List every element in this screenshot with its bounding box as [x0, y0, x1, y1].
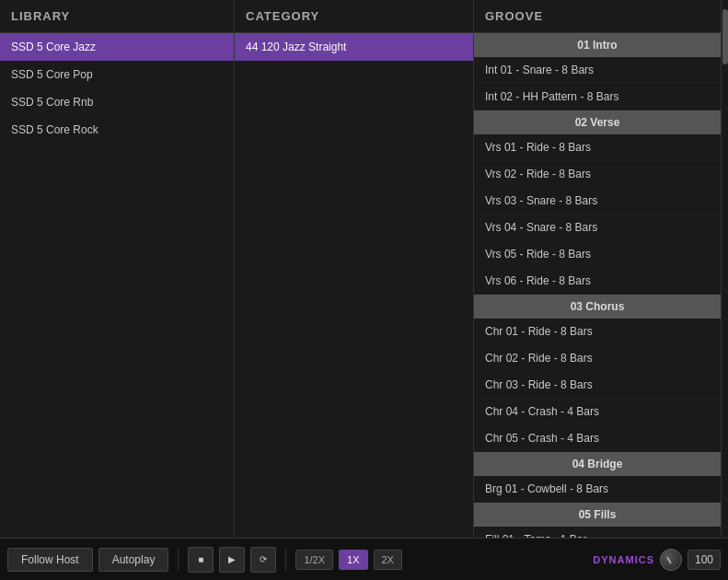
library-item-ssd5-rock[interactable]: SSD 5 Core Rock [0, 116, 234, 144]
dynamics-value: 100 [688, 550, 721, 570]
play-icon: ▶ [228, 554, 236, 564]
library-item-ssd5-pop[interactable]: SSD 5 Core Pop [0, 61, 234, 88]
groove-list[interactable]: 01 Intro Int 01 - Snare - 8 Bars Int 02 … [474, 33, 721, 538]
toolbar-divider-1 [178, 549, 179, 571]
groove-item[interactable]: Chr 04 - Crash - 4 Bars [474, 399, 721, 425]
category-header: CATEGORY [235, 0, 473, 33]
groove-section-fills: 05 Fills [474, 503, 721, 527]
groove-section-intro: 01 Intro [474, 33, 721, 57]
category-panel: CATEGORY 44 120 Jazz Straight [235, 0, 474, 538]
groove-item[interactable]: Vrs 02 - Ride - 8 Bars [474, 161, 721, 188]
groove-section-bridge: 04 Bridge [474, 452, 721, 476]
dynamics-label: DYNAMICS [593, 554, 654, 565]
half-speed-button[interactable]: 1/2X [295, 550, 333, 570]
stop-icon: ■ [198, 554, 203, 564]
library-panel: LIBRARY SSD 5 Core Jazz SSD 5 Core Pop S… [0, 0, 235, 538]
groove-item[interactable]: Brg 01 - Cowbell - 8 Bars [474, 476, 721, 503]
groove-item[interactable]: Vrs 04 - Snare - 8 Bars [474, 215, 721, 241]
groove-item[interactable]: Chr 01 - Ride - 8 Bars [474, 319, 721, 345]
play-button[interactable]: ▶ [219, 547, 245, 573]
category-list: 44 120 Jazz Straight [235, 33, 473, 538]
stop-button[interactable]: ■ [188, 547, 214, 573]
groove-item[interactable]: Vrs 03 - Snare - 8 Bars [474, 188, 721, 215]
follow-host-button[interactable]: Follow Host [7, 548, 93, 572]
groove-item[interactable]: Chr 02 - Ride - 8 Bars [474, 345, 721, 372]
loop-icon: ⟳ [260, 554, 267, 564]
groove-item[interactable]: Vrs 05 - Ride - 8 Bars [474, 241, 721, 268]
groove-item[interactable]: Vrs 01 - Ride - 8 Bars [474, 134, 721, 161]
library-header: LIBRARY [0, 0, 234, 33]
groove-scrollbar[interactable] [721, 0, 728, 538]
one-x-speed-button[interactable]: 1X [339, 550, 367, 570]
library-list: SSD 5 Core Jazz SSD 5 Core Pop SSD 5 Cor… [0, 33, 234, 538]
groove-header: GROOVE [474, 0, 721, 33]
loop-button[interactable]: ⟳ [250, 547, 276, 573]
scrollbar-thumb[interactable] [722, 9, 728, 64]
groove-item[interactable]: Vrs 06 - Ride - 8 Bars [474, 268, 721, 295]
main-container: LIBRARY SSD 5 Core Jazz SSD 5 Core Pop S… [0, 0, 728, 580]
groove-item[interactable]: Fill 01 - Toms - 1 Bar [474, 527, 721, 538]
panels-area: LIBRARY SSD 5 Core Jazz SSD 5 Core Pop S… [0, 0, 728, 538]
groove-item[interactable]: Chr 03 - Ride - 8 Bars [474, 372, 721, 399]
groove-item[interactable]: Int 02 - HH Pattern - 8 Bars [474, 84, 721, 110]
groove-panel: GROOVE 01 Intro Int 01 - Snare - 8 Bars … [474, 0, 721, 538]
two-x-speed-button[interactable]: 2X [374, 550, 402, 570]
library-item-ssd5-rnb[interactable]: SSD 5 Core Rnb [0, 88, 234, 116]
groove-section-verse: 02 Verse [474, 110, 721, 134]
library-item-ssd5-jazz[interactable]: SSD 5 Core Jazz [0, 33, 234, 61]
toolbar-divider-2 [285, 549, 286, 571]
toolbar: Follow Host Autoplay ■ ▶ ⟳ 1/2X 1X 2X DY… [0, 538, 728, 580]
groove-item[interactable]: Chr 05 - Crash - 4 Bars [474, 425, 721, 452]
dynamics-knob[interactable] [660, 549, 682, 571]
autoplay-button[interactable]: Autoplay [98, 548, 169, 572]
category-item-44-120-jazz[interactable]: 44 120 Jazz Straight [235, 33, 473, 61]
groove-item[interactable]: Int 01 - Snare - 8 Bars [474, 57, 721, 84]
groove-section-chorus: 03 Chorus [474, 295, 721, 319]
